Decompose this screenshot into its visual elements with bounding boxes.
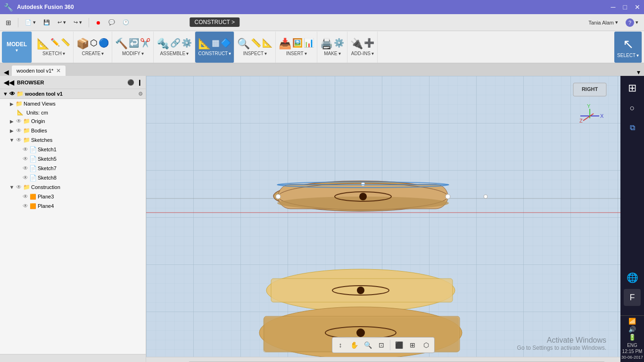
sketch1-eye-icon[interactable]: 👁 [22,146,29,153]
fusion360-taskbar-icon[interactable]: F [624,289,641,306]
modify-group[interactable]: 🔨 ↩️ ✂️ MODIFY ▾ [112,32,154,63]
viewport-tool-fit[interactable]: ⊡ [375,339,388,351]
root-eye-icon[interactable]: 👁 [9,90,15,97]
chrome-icon[interactable]: 🌐 [624,269,641,286]
sketches-expand[interactable]: ▼ [8,137,15,143]
origin-eye-icon[interactable]: 👁 [15,117,23,125]
viewport-tool-2[interactable]: ✋ [348,339,360,351]
inspect-group[interactable]: 🔍 📏 📐 INSPECT ▾ [234,32,276,63]
construct-label: CONSTRUCT ▾ [198,51,231,56]
assemble-group[interactable]: 🔩 🔗 ⚙️ ASSEMBLE ▾ [154,32,195,63]
viewport-display-mode[interactable]: ⬛ [393,339,405,351]
lang-label: ENG [627,343,637,348]
make-icon-2: ⚙️ [334,38,344,50]
construction-expand[interactable]: ▼ [8,184,15,190]
sketch8-item[interactable]: 👁 📄 Sketch8 [0,173,146,182]
chat-button[interactable]: 💬 [106,18,118,26]
bodies-eye-icon[interactable]: 👁 [15,127,23,134]
maximize-button[interactable]: □ [623,3,627,11]
viewport-view-cube[interactable]: ⬡ [420,339,432,351]
addins-group[interactable]: 🔌 ➕ ADD-INS ▾ [347,32,378,63]
sketch5-item[interactable]: 👁 📄 Sketch5 [0,154,146,164]
clock-button[interactable]: 🕐 [120,18,132,26]
model-menu[interactable]: MODEL ▾ [2,32,32,63]
named-views-item[interactable]: ▶ 📁 Named Views [0,99,146,108]
viewport-grid-toggle[interactable]: ⊞ [406,339,419,351]
main-area: ◀◀ BROWSER ⚫ ❙ ▼ 👁 📁 wooden tool v1 ⚙ ▶ … [0,76,644,362]
plane4-eye-icon[interactable]: 👁 [22,202,29,210]
cortana-icon[interactable]: ○ [624,99,641,116]
sketches-item[interactable]: ▼ 👁 📁 Sketches [0,135,146,145]
close-button[interactable]: ✕ [635,3,640,11]
sketch8-eye-icon[interactable]: 👁 [22,174,29,181]
origin-item[interactable]: ▶ 👁 📁 Origin [0,116,146,126]
sketch7-eye-icon[interactable]: 👁 [22,165,29,172]
redo-button[interactable]: ↪ ▾ [71,18,85,26]
viewport-tool-3[interactable]: 🔍 [362,339,374,351]
create-icon-1: 📦 [76,38,89,50]
taskview-icon[interactable]: ⧉ [624,119,641,136]
wifi-icon[interactable]: 📶 [628,318,636,325]
insert-group[interactable]: 📥 🖼️ 📊 INSERT ▾ [276,32,317,63]
user-menu[interactable]: Tania Alam ▾ [586,18,621,26]
make-arrow: ▾ [339,51,341,56]
viewport-tool-1[interactable]: ↕ [334,339,347,351]
volume-icon[interactable]: 🔊 [628,326,636,333]
sketch7-icon: 📄 [29,165,37,172]
create-group[interactable]: 📦 ⬡ 🔵 CREATE ▾ [74,32,112,63]
record-button[interactable]: ⏺ [93,19,104,26]
construct-icon: 📐 [198,38,211,50]
viewport[interactable]: X Y Z RIGHT Activate Windows Go to Setti… [146,76,620,362]
expand-tabs-button[interactable]: ▾ [635,68,642,76]
units-item: 📐 Units: cm [0,108,146,116]
bodies-item[interactable]: ▶ 👁 📁 Bodies [0,126,146,135]
construction-eye-icon[interactable]: 👁 [15,183,23,191]
model-dropdown-arrow: ▾ [16,48,18,53]
undo-button[interactable]: ↩ ▾ [55,18,69,26]
sketch5-eye-icon[interactable]: 👁 [22,155,29,163]
root-collapse-icon[interactable]: ▼ [3,91,8,97]
browser-root-item[interactable]: ▼ 👁 📁 wooden tool v1 ⚙ [0,89,146,99]
named-views-expand[interactable]: ▶ [8,100,15,107]
sketch1-item[interactable]: 👁 📄 Sketch1 [0,145,146,154]
titlebar-left: 🔧 Autodesk Fusion 360 [4,3,74,12]
titlebar-controls[interactable]: ─ □ ✕ [611,3,640,11]
make-group[interactable]: 🖨️ ⚙️ MAKE ▾ [317,32,347,63]
create-label: CREATE ▾ [82,51,104,56]
named-views-label: Named Views [23,101,144,107]
battery-icon[interactable]: 🔋 [628,334,636,341]
apps-button[interactable]: ⊞ [3,18,14,27]
active-tab[interactable]: wooden tool v1* ✕ [12,66,66,76]
plane3-eye-icon[interactable]: 👁 [22,193,29,200]
help-button[interactable]: ? ▾ [623,17,641,28]
plane4-item[interactable]: 👁 🟧 Plane4 [0,201,146,211]
insert-arrow: ▾ [305,51,307,56]
sketch-group[interactable]: 📐 ✏️ 📏 SKETCH ▾ [34,32,74,63]
construct-group[interactable]: 📐 ▦ 🔷 CONSTRUCT ▾ CONSTRUCT > [195,32,234,63]
comments-add-button[interactable]: + [130,361,134,362]
comments-panel[interactable]: COMMENTS + ❙ [0,354,146,362]
browser-expand-icon[interactable]: ❙ [137,79,142,86]
construction-item[interactable]: ▼ 👁 📁 Construction [0,182,146,192]
nav-cube[interactable]: X Y Z RIGHT [569,81,611,123]
origin-expand[interactable]: ▶ [8,118,15,124]
windows-start-icon[interactable]: ⊞ [624,80,641,97]
modify-arrow: ▾ [141,51,144,56]
clock-display: 12:15 PM [622,349,643,354]
browser-collapse-icon[interactable]: ◀◀ [4,79,14,86]
sketch7-item[interactable]: 👁 📄 Sketch7 [0,164,146,173]
new-file-button[interactable]: 📄 ▾ [22,18,39,26]
divider2 [89,18,89,27]
bodies-expand[interactable]: ▶ [8,127,15,134]
plane3-item[interactable]: 👁 🟧 Plane3 [0,192,146,201]
sketches-eye-icon[interactable]: 👁 [15,136,23,144]
inspect-label: INSPECT ▾ [243,51,267,56]
root-options-icon[interactable]: ⚙ [138,91,143,97]
back-button[interactable]: ◀ [2,68,11,76]
browser-options-icon[interactable]: ⚫ [127,79,134,86]
save-button[interactable]: 💾 [41,18,53,26]
select-group[interactable]: ↖ SELECT ▾ [614,32,642,63]
minimize-button[interactable]: ─ [611,3,616,11]
assemble-label: ASSEMBLE ▾ [160,51,189,56]
tab-close-button[interactable]: ✕ [56,67,61,74]
